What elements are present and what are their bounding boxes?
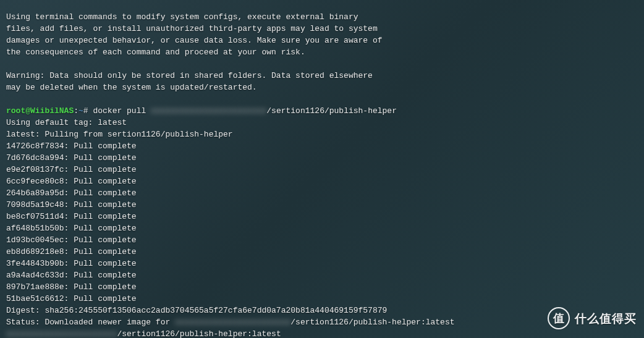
watermark: 值 什么值得买 (548, 307, 637, 329)
layer-line: 3fe44843b90b: Pull complete (6, 258, 638, 269)
prompt-user: root@WiibilNAS (6, 106, 74, 116)
prompt-hash: # (83, 106, 93, 116)
layer-line: 51bae51c6612: Pull complete (6, 293, 638, 305)
command-text: docker pull (93, 106, 151, 116)
output-line: Using default tag: latest (6, 117, 638, 129)
prompt-sep: : (74, 106, 78, 116)
warning-line: Warning: Data should only be stored in s… (6, 70, 638, 82)
warning-line: Using terminal commands to modify system… (6, 11, 638, 23)
layer-line: a9a4ad4c633d: Pull complete (6, 269, 638, 281)
layer-line: 7098d5a19c48: Pull complete (6, 199, 638, 211)
command-text: /sertion1126/publish-helper (266, 106, 397, 116)
layer-line: 1d93bc0045ec: Pull complete (6, 234, 638, 246)
output-line: latest: Pulling from sertion1126/publish… (6, 129, 638, 140)
layer-line: 14726c8f7834: Pull complete (6, 140, 638, 152)
warning-line: damages or unexpected behavior, or cause… (6, 35, 638, 46)
layer-line: eb8d689218e8: Pull complete (6, 246, 638, 258)
terminal-output[interactable]: Using terminal commands to modify system… (6, 11, 638, 338)
warning-line: files, add files, or install unauthorize… (6, 23, 638, 35)
redacted-text: xxxxxxxxxxxxxxxxxxxxxxx (6, 329, 117, 338)
layer-line: 6cc9fece80c8: Pull complete (6, 175, 638, 187)
redacted-text: xxxxxxxxxxxxxxxxxxxxxxxx (175, 318, 290, 327)
layer-line: 7d676dc8a994: Pull complete (6, 152, 638, 164)
redacted-text: xxxxxxxxxxxxxxxxxxxxxxxx (151, 106, 266, 116)
layer-line: 897b71ae888e: Pull complete (6, 281, 638, 293)
warning-line: may be deleted when the system is update… (6, 82, 638, 93)
prompt-path: ~ (78, 106, 83, 116)
output-line: xxxxxxxxxxxxxxxxxxxxxxx/sertion1126/publ… (6, 328, 638, 338)
digest-line: Digest: sha256:245550f13506acc2adb370456… (6, 305, 638, 316)
watermark-icon: 值 (548, 307, 570, 329)
layer-line: af648b51b50b: Pull complete (6, 222, 638, 234)
layer-line: e9e2f08137fc: Pull complete (6, 164, 638, 175)
layer-line: 264b6a89a95d: Pull complete (6, 187, 638, 199)
layer-line: be8cf07511d4: Pull complete (6, 211, 638, 222)
prompt-line: root@WiibilNAS:~# docker pull xxxxxxxxxx… (6, 105, 638, 117)
warning-line: the consequences of each command and pro… (6, 46, 638, 58)
status-line: Status: Downloaded newer image for xxxxx… (6, 316, 638, 328)
watermark-text: 什么值得买 (575, 313, 637, 324)
